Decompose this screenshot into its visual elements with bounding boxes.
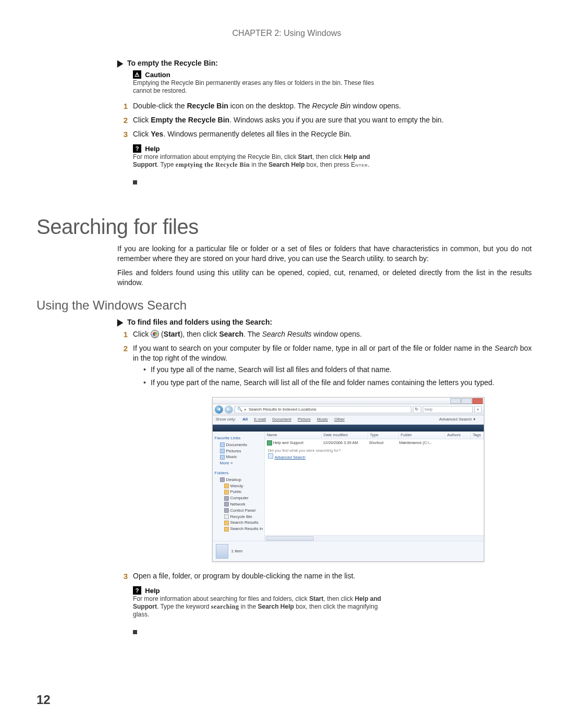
item-icon [216,544,228,559]
help-callout: ? Help For more information about search… [133,586,383,619]
search-clear-button[interactable]: × [474,406,482,413]
filter-music[interactable]: Music [317,417,328,422]
filter-email[interactable]: E-mail [254,417,266,422]
empty-recycle-bin-section: ▶ To empty the Recycle Bin: ⚠ Caution Em… [117,59,532,187]
caution-icon: ⚠ [133,70,141,79]
search-hint: Did you find what you were searching for… [265,447,484,462]
sidebar-item-control-panel[interactable]: Control Panel [215,508,262,514]
details-pane: 1 item [213,541,484,561]
minimize-button[interactable] [450,398,461,404]
page: CHAPTER 2: Using Windows ▶ To empty the … [0,0,563,728]
command-toolbar[interactable] [213,425,484,431]
bullet-1: If you type all of the name, Search will… [143,365,532,375]
result-row[interactable]: Help and Support 12/20/2006 3:39 AM Shor… [265,439,484,447]
col-folder[interactable]: Folder [399,431,445,439]
chapter-header: CHAPTER 2: Using Windows [36,29,537,38]
search-results-window: ◄ ► 🔍 ▸ Search Results in Indexed Locati… [212,397,484,562]
back-button[interactable]: ◄ [215,405,223,414]
advanced-search-toggle[interactable]: Advanced Search ▾ [439,417,475,423]
step-3: Open a file, folder, or program by doubl… [117,571,532,581]
page-number: 12 [36,693,51,707]
sidebar-item-recycle-bin[interactable]: Recycle Bin [215,514,262,520]
screenshot: ◄ ► 🔍 ▸ Search Results in Indexed Locati… [133,397,532,562]
refresh-button[interactable]: ↻ [413,406,421,413]
sidebar-item-public[interactable]: Public [215,489,262,495]
column-headers[interactable]: Name Date modified Type Folder Authors T… [265,431,484,439]
caution-label: Caution [145,71,170,79]
folders-header[interactable]: Folders [215,471,262,476]
col-date[interactable]: Date modified [322,431,368,439]
sub-bullet-list: If you type all of the name, Search will… [133,365,532,388]
advanced-search-link[interactable]: Advanced Search [275,455,305,460]
filter-all[interactable]: All [242,417,248,422]
triangle-icon: ▶ [117,58,123,68]
col-authors[interactable]: Authors [445,431,471,439]
shortcut-icon [267,440,272,446]
col-tags[interactable]: Tags [471,431,484,439]
end-of-procedure-marker [133,180,137,184]
folder-icon: 🔍 [237,407,242,412]
breadcrumb[interactable]: 🔍 ▸ Search Results in Indexed Locations [235,406,411,413]
close-button[interactable] [472,398,483,404]
steps-list: Click (Start), then click Search. The Se… [117,329,532,581]
filter-label: Show only: [216,417,236,422]
sidebar-item-search-results-indexed[interactable]: Search Results in Inde... [215,526,262,532]
maximize-button[interactable] [461,398,472,404]
help-callout: ? Help For more information about emptyi… [133,144,383,169]
step-3: Click Yes. Windows permanently deletes a… [117,129,532,139]
sidebar-item-more[interactable]: More » [215,461,262,466]
section-title: Searching for files [36,215,537,239]
step-2: Click Empty the Recycle Bin. Windows ask… [117,115,532,125]
results-list: Name Date modified Type Folder Authors T… [265,431,484,541]
help-label: Help [145,587,160,595]
caution-text: Emptying the Recycle Bin permanently era… [133,79,374,94]
step-1: Double-click the Recycle Bin icon on the… [117,101,532,111]
window-body: Favorite Links Documents Pictures Music … [213,431,484,541]
bullet-2: If you type part of the name, Search wil… [143,378,532,388]
steps-list: Double-click the Recycle Bin icon on the… [117,101,532,139]
address-bar: ◄ ► 🔍 ▸ Search Results in Indexed Locati… [213,404,484,415]
forward-button[interactable]: ► [225,405,233,414]
procedure-title: To find files and folders using the Sear… [127,318,272,326]
horizontal-scrollbar[interactable] [265,535,484,541]
procedure-title: To empty the Recycle Bin: [127,59,218,67]
caution-callout: ⚠ Caution Emptying the Recycle Bin perma… [133,70,383,95]
filter-document[interactable]: Document [272,417,291,422]
sidebar-item-pictures[interactable]: Pictures [215,449,262,454]
using-search-section: ▶ To find files and folders using the Se… [117,318,532,636]
sidebar-item-music[interactable]: Music [215,454,262,460]
filter-bar: Show only: All E-mail Document Picture M… [213,415,484,425]
help-icon: ? [133,144,141,153]
subsection-title: Using the Windows Search [36,298,537,313]
item-count: 1 item [231,549,243,554]
filter-picture[interactable]: Picture [298,417,311,422]
sidebar-item-search-results[interactable]: Search Results [215,520,262,526]
intro-paragraph-1: If you are looking for a particular file… [117,244,532,264]
search-icon [268,453,273,459]
sidebar-item-documents[interactable]: Documents [215,442,262,448]
help-label: Help [145,145,160,153]
sidebar-item-network[interactable]: Network [215,502,262,508]
sidebar-item-desktop[interactable]: Desktop [215,477,262,483]
step-1: Click (Start), then click Search. The Se… [117,329,532,339]
col-type[interactable]: Type [368,431,399,439]
intro-paragraph-2: Files and folders found using this utili… [117,268,532,288]
sidebar-item-user[interactable]: Wendy [215,484,262,489]
sidebar-item-computer[interactable]: Computer [215,496,262,501]
procedure-heading: ▶ To find files and folders using the Se… [117,318,532,326]
searching-intro: If you are looking for a particular file… [117,244,532,288]
col-name[interactable]: Name [265,431,322,439]
window-titlebar[interactable] [213,398,484,404]
help-icon: ? [133,586,141,595]
start-orb-icon [151,330,159,338]
navigation-pane: Favorite Links Documents Pictures Music … [213,431,265,541]
filter-other[interactable]: Other [334,417,345,422]
step-2: If you want to search on your computer b… [117,343,532,562]
end-of-procedure-marker [133,630,137,634]
search-input[interactable]: help [423,406,473,413]
procedure-heading: ▶ To empty the Recycle Bin: [117,59,532,67]
favorite-links-header: Favorite Links [215,436,262,441]
triangle-icon: ▶ [117,317,123,327]
